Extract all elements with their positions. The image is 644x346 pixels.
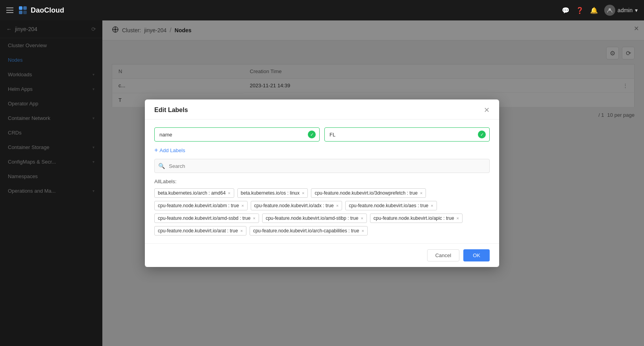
add-labels-text: Add Labels [159,147,185,153]
label-tag-remove-icon[interactable]: × [336,204,339,208]
label-tag: cpu-feature.node.kubevirt.io/amd-ssbd : … [154,213,259,223]
modal-close-button[interactable]: ✕ [484,107,490,114]
top-navbar: DaoCloud 💬 ❓ 🔔 admin ▾ [0,0,644,20]
label-tag-remove-icon[interactable]: × [361,216,363,221]
label-tag-remove-icon[interactable]: × [228,191,230,195]
ok-button[interactable]: OK [463,249,490,261]
label-val-valid-icon: ✓ [478,131,486,138]
label-input-row: ✓ ✓ [154,127,490,142]
label-tag-remove-icon[interactable]: × [361,229,364,233]
menu-toggle[interactable] [6,7,13,13]
label-tag: cpu-feature.node.kubevirt.io/amd-stibp :… [262,213,367,223]
search-input[interactable] [154,159,490,173]
label-tag-remove-icon[interactable]: × [457,216,459,221]
label-tag-remove-icon[interactable]: × [240,229,242,233]
plus-icon: + [154,147,158,153]
username: admin [618,7,633,13]
all-labels-section: AllLabels: beta.kubernetes.io/arch : amd… [154,179,490,236]
label-val-input[interactable] [324,127,490,142]
svg-rect-3 [23,11,27,14]
label-key-valid-icon: ✓ [308,131,316,138]
label-tag-remove-icon[interactable]: × [241,204,244,208]
all-labels-title: AllLabels: [154,179,490,184]
modal-overlay: Edit Labels ✕ ✓ ✓ + Add Labels [0,20,644,346]
label-tag: cpu-feature.node.kubevirt.io/arat : true… [154,226,246,236]
help-icon[interactable]: ❓ [576,6,584,14]
user-menu[interactable]: admin ▾ [604,5,638,16]
edit-labels-modal: Edit Labels ✕ ✓ ✓ + Add Labels [145,99,499,267]
labels-list: beta.kubernetes.io/arch : amd64×beta.kub… [154,188,490,236]
user-chevron-icon: ▾ [635,7,638,13]
cancel-button[interactable]: Cancel [427,249,459,261]
chat-icon[interactable]: 💬 [562,6,570,14]
label-tag: cpu-feature.node.kubevirt.io/aes : true× [345,201,437,210]
modal-header: Edit Labels ✕ [145,99,499,120]
svg-rect-2 [19,11,22,14]
modal-body: ✓ ✓ + Add Labels 🔍 AllLabels: [145,120,499,243]
svg-rect-1 [23,6,27,10]
modal-footer: Cancel OK [145,243,499,267]
label-tag-remove-icon[interactable]: × [253,216,255,221]
label-tag: beta.kubernetes.io/arch : amd64× [154,188,234,198]
app-logo: DaoCloud [18,6,64,15]
label-tag-remove-icon[interactable]: × [302,191,304,195]
svg-rect-0 [19,6,22,10]
add-labels-button[interactable]: + Add Labels [154,147,185,153]
app-title: DaoCloud [31,6,64,15]
label-tag-remove-icon[interactable]: × [431,204,433,208]
label-key-input[interactable] [154,127,320,142]
label-key-wrap: ✓ [154,127,320,142]
label-tag-remove-icon[interactable]: × [420,191,422,195]
modal-title: Edit Labels [154,107,188,114]
search-icon: 🔍 [158,163,165,169]
search-wrap: 🔍 [154,159,490,173]
label-tag: cpu-feature.node.kubevirt.io/apic : true… [370,213,463,223]
label-tag: cpu-feature.node.kubevirt.io/abm : true× [154,201,248,210]
label-tag: beta.kubernetes.io/os : linux× [237,188,308,198]
notification-icon[interactable]: 🔔 [590,6,598,14]
label-tag: cpu-feature.node.kubevirt.io/arch-capabi… [250,226,368,236]
label-tag: cpu-feature.node.kubevirt.io/3dnowprefet… [311,188,426,198]
avatar [604,5,615,16]
label-val-wrap: ✓ [324,127,490,142]
label-tag: cpu-feature.node.kubevirt.io/adx : true× [251,201,342,210]
